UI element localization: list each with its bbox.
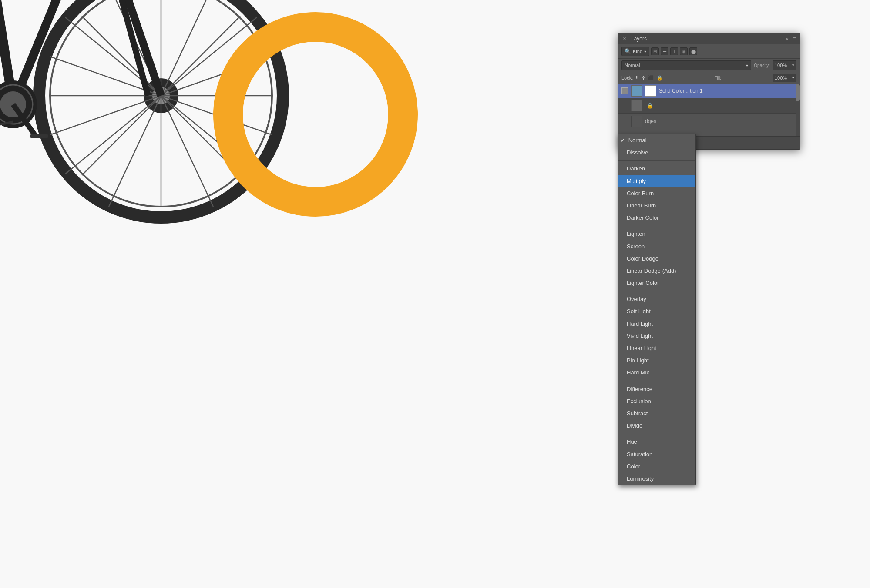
lock-transparent-icon[interactable]: ⠿ <box>635 75 639 81</box>
blend-option-lightercolor[interactable]: Lighter Color <box>618 277 695 289</box>
blend-exclusion-label: Exclusion <box>627 398 651 404</box>
layers-panel: × Layers « ≡ 🔍 Kind ▾ ⊞ ☰ T ◎ ⬤ Normal ▾… <box>618 33 800 150</box>
blend-vividlight-label: Vivid Light <box>627 333 653 339</box>
panel-close-button[interactable]: × <box>621 36 628 42</box>
blend-hardmix-label: Hard Mix <box>627 369 649 376</box>
filter-pixel-icon[interactable]: ⊞ <box>651 47 659 55</box>
kind-label: Kind <box>633 49 642 54</box>
blend-saturation-label: Saturation <box>627 451 652 458</box>
separator-4 <box>618 381 695 381</box>
lock-artboard-icon[interactable]: 🔒 <box>657 75 663 81</box>
blend-option-softlight[interactable]: Soft Light <box>618 305 695 317</box>
blend-multiply-label: Multiply <box>627 178 646 184</box>
blend-option-darkercolor[interactable]: Darker Color <box>618 212 695 224</box>
blend-option-exclusion[interactable]: Exclusion <box>618 395 695 408</box>
blend-normal-label: Normal <box>628 137 647 144</box>
blend-option-hue[interactable]: Hue <box>618 436 695 448</box>
blend-option-multiply[interactable]: Multiply <box>618 175 695 187</box>
blend-option-darken[interactable]: Darken <box>618 163 695 175</box>
blend-color-label: Color <box>627 463 640 470</box>
panel-menu-button[interactable]: ≡ <box>793 35 796 42</box>
fill-value: 100% <box>775 75 787 80</box>
layer-item-edges[interactable]: dges <box>618 114 800 129</box>
layer-visibility-eye[interactable] <box>621 87 628 94</box>
separator-2 <box>618 226 695 226</box>
layer-empty-name: 🔒 <box>647 103 653 109</box>
blend-subtract-label: Subtract <box>627 410 648 417</box>
layers-list: Solid Color... tion 1 🔒 dges <box>618 84 800 136</box>
layer-edges-name: dges <box>645 118 656 124</box>
blend-mode-chevron: ▾ <box>746 63 748 68</box>
blend-divide-label: Divide <box>627 422 642 429</box>
blend-colorburn-label: Color Burn <box>627 190 654 197</box>
blend-option-divide[interactable]: Divide <box>618 420 695 432</box>
separator-5 <box>618 434 695 434</box>
blend-screen-label: Screen <box>627 243 645 250</box>
filter-type-icon[interactable]: T <box>670 47 678 55</box>
blend-option-dissolve[interactable]: Dissolve <box>618 147 695 159</box>
blend-lineardodge-label: Linear Dodge (Add) <box>627 267 676 274</box>
layer-edges-eye <box>621 118 628 125</box>
filter-shape-icon[interactable]: ◎ <box>680 47 688 55</box>
separator-3 <box>618 291 695 291</box>
filter-smart-icon[interactable]: ⬤ <box>689 47 697 55</box>
blend-lighten-label: Lighten <box>627 231 645 237</box>
blend-option-subtract[interactable]: Subtract <box>618 408 695 420</box>
layer-mask-thumb <box>645 85 656 97</box>
layer-empty-row: 🔒 <box>618 98 800 114</box>
layer-thumb-solidcolor <box>631 85 642 97</box>
blend-softlight-label: Soft Light <box>627 308 651 314</box>
kind-dropdown[interactable]: 🔍 Kind ▾ <box>621 47 649 56</box>
search-icon: 🔍 <box>625 48 631 54</box>
blend-hue-label: Hue <box>627 438 637 445</box>
kind-chevron: ▾ <box>644 49 646 54</box>
blend-option-linearlight[interactable]: Linear Light <box>618 342 695 354</box>
blend-option-colordodge[interactable]: Color Dodge <box>618 253 695 265</box>
blend-option-linearburn[interactable]: Linear Burn <box>618 200 695 212</box>
layer-item-solidcolor[interactable]: Solid Color... tion 1 <box>618 84 800 98</box>
separator-1 <box>618 160 695 161</box>
blend-mode-menu: ✓ Normal Dissolve Darken Multiply Color … <box>618 134 696 485</box>
filter-bar: 🔍 Kind ▾ ⊞ ☰ T ◎ ⬤ <box>618 44 800 59</box>
blend-option-lighten[interactable]: Lighten <box>618 228 695 240</box>
blend-linearburn-label: Linear Burn <box>627 202 656 209</box>
lock-row: Lock: ⠿ ✛ ⬛ 🔒 Fill: 100% ▾ <box>618 72 800 84</box>
layer-empty-eye <box>621 102 628 109</box>
scrollbar-thumb[interactable] <box>796 84 800 101</box>
opacity-value: 100% <box>775 63 787 68</box>
panel-collapse-button[interactable]: « <box>786 36 789 41</box>
blend-difference-label: Difference <box>627 386 652 392</box>
opacity-field[interactable]: 100% ▾ <box>773 60 796 70</box>
blend-option-luminosity[interactable]: Luminosity <box>618 473 695 485</box>
blend-option-hardmix[interactable]: Hard Mix <box>618 367 695 379</box>
panel-title: Layers <box>628 36 786 42</box>
layers-scrollbar[interactable] <box>796 84 800 136</box>
blend-option-screen[interactable]: Screen <box>618 241 695 253</box>
blend-option-color[interactable]: Color <box>618 461 695 473</box>
fill-field[interactable]: 100% ▾ <box>773 74 796 82</box>
blend-option-vividlight[interactable]: Vivid Light <box>618 330 695 342</box>
blend-option-normal[interactable]: ✓ Normal <box>618 134 695 147</box>
layer-empty-thumb <box>631 100 642 111</box>
blend-option-difference[interactable]: Difference <box>618 383 695 395</box>
blend-linearlight-label: Linear Light <box>627 345 656 351</box>
lock-position-icon[interactable]: ⬛ <box>648 75 654 81</box>
blend-option-colorburn[interactable]: Color Burn <box>618 187 695 200</box>
blend-option-saturation[interactable]: Saturation <box>618 448 695 461</box>
blend-mode-row: Normal ▾ Opacity: 100% ▾ ✓ Normal Dissol… <box>618 59 800 72</box>
bicycle-image <box>0 0 296 261</box>
lock-paint-icon[interactable]: ✛ <box>642 75 645 81</box>
opacity-chevron: ▾ <box>792 63 794 67</box>
filter-adjust-icon[interactable]: ☰ <box>661 47 668 55</box>
blend-luminosity-label: Luminosity <box>627 475 654 482</box>
blend-overlay-label: Overlay <box>627 296 646 302</box>
blend-option-hardlight[interactable]: Hard Light <box>618 318 695 330</box>
check-normal: ✓ <box>621 137 627 144</box>
fill-label-static: Fill: <box>714 76 721 80</box>
blend-option-lineardodge[interactable]: Linear Dodge (Add) <box>618 265 695 277</box>
blend-option-overlay[interactable]: Overlay <box>618 293 695 305</box>
blend-option-pinlight[interactable]: Pin Light <box>618 354 695 367</box>
blend-darken-label: Darken <box>627 165 645 172</box>
opacity-label-static: Opacity: <box>754 63 770 68</box>
blend-mode-dropdown[interactable]: Normal ▾ <box>621 60 751 70</box>
